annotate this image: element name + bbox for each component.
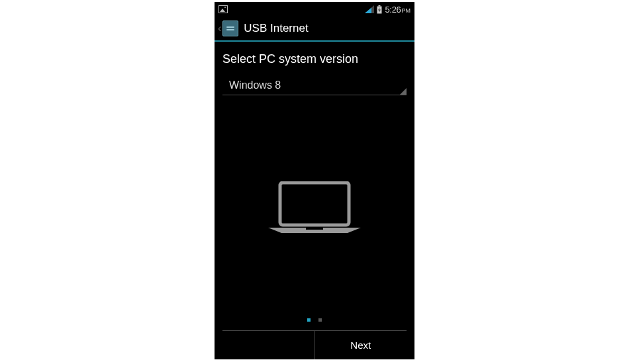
usb-internet-app-icon[interactable] bbox=[222, 21, 238, 36]
svg-rect-5 bbox=[280, 183, 349, 225]
page-heading: Select PC system version bbox=[222, 52, 407, 66]
image-notification-icon bbox=[218, 5, 228, 13]
illustration-area bbox=[222, 102, 407, 314]
pager-indicator bbox=[222, 316, 407, 323]
status-time: 5:26PM bbox=[385, 3, 411, 15]
spinner-selected-value: Windows 8 bbox=[229, 79, 281, 91]
status-bar: 5:26PM bbox=[215, 2, 414, 17]
pc-version-spinner[interactable]: Windows 8 bbox=[222, 75, 407, 95]
content-area: Select PC system version Windows 8 bbox=[215, 42, 414, 323]
phone-screen: 5:26PM ‹ USB Internet Select PC system v… bbox=[215, 2, 414, 359]
battery-charging-icon bbox=[377, 5, 382, 14]
action-bar: ‹ USB Internet bbox=[215, 17, 414, 42]
status-left bbox=[218, 5, 228, 13]
svg-rect-2 bbox=[379, 5, 381, 7]
back-icon[interactable]: ‹ bbox=[218, 23, 222, 34]
pager-dot-2 bbox=[318, 318, 322, 322]
cell-signal-icon bbox=[365, 5, 374, 13]
svg-marker-1 bbox=[365, 7, 371, 13]
action-bar-title: USB Internet bbox=[244, 22, 308, 35]
pager-dot-1 bbox=[307, 318, 311, 322]
status-right: 5:26PM bbox=[365, 3, 411, 15]
next-button[interactable]: Next bbox=[315, 331, 407, 359]
next-button-label: Next bbox=[350, 340, 371, 351]
laptop-icon bbox=[268, 181, 361, 234]
bottom-bar: Next bbox=[222, 330, 407, 359]
bottom-bar-left-slot bbox=[222, 331, 315, 359]
dropdown-indicator-icon bbox=[400, 88, 407, 95]
svg-rect-6 bbox=[306, 228, 323, 230]
